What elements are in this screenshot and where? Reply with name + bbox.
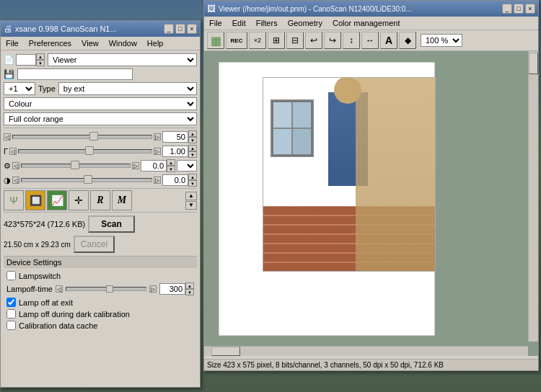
slider2-down[interactable]: ▼ <box>167 166 175 172</box>
lampswitch-checkbox[interactable] <box>6 271 16 280</box>
lamp-off-exit-checkbox[interactable] <box>6 298 16 307</box>
page-number-input[interactable]: 1 <box>16 54 36 66</box>
slider2-value[interactable] <box>141 160 167 172</box>
lamp-off-dark-checkbox[interactable] <box>6 309 16 318</box>
viewer-tool-rec[interactable]: REC <box>226 32 247 49</box>
slider1-thumb[interactable] <box>85 146 94 155</box>
slider1-value[interactable] <box>162 146 188 157</box>
page-up-button[interactable]: ▲ <box>36 53 45 60</box>
curve-button[interactable]: 📈 <box>47 190 67 210</box>
viewer-tool-zoom-out[interactable]: ⊟ <box>286 32 304 49</box>
viewer-dropdown[interactable]: Viewer <box>48 53 197 66</box>
page-down-button[interactable]: ▼ <box>36 60 45 66</box>
slider3-thumb[interactable] <box>84 175 92 184</box>
slider0-down[interactable]: ▼ <box>188 137 197 143</box>
slider3-value[interactable] <box>162 174 188 186</box>
slider3-up[interactable]: ▲ <box>188 174 197 180</box>
filepath-input[interactable]: /home/jim/out.pnm <box>17 68 133 80</box>
crosshair-button[interactable]: ✛ <box>69 190 89 210</box>
viewer-tool-text[interactable]: A <box>380 32 397 49</box>
slider-row-1: Γ ◁ ▷ ▲ ▼ <box>4 145 197 158</box>
offset-select[interactable]: +1 <box>4 82 35 95</box>
viewer-tool-rotate-cw[interactable]: ↪ <box>324 32 341 49</box>
color-mode-select[interactable]: Colour <box>4 97 197 110</box>
slider1-up[interactable]: ▲ <box>188 145 197 151</box>
viewer-statusbar: Size 423 x 575 pixel, 8 bits/channel, 3 … <box>204 359 538 370</box>
viewer-menu-edit[interactable]: Edit <box>230 18 248 28</box>
sane-minimize-button[interactable]: _ <box>164 24 174 34</box>
histogram-button[interactable]: 🔲 <box>25 190 45 210</box>
slider3-right[interactable]: ▷ <box>154 177 161 184</box>
scrollbar-vertical[interactable] <box>528 51 538 342</box>
lampoff-down[interactable]: ▼ <box>185 289 194 295</box>
lampoff-value[interactable] <box>159 283 185 295</box>
lampoff-slider[interactable] <box>66 287 146 291</box>
type-select[interactable]: by ext <box>58 82 197 95</box>
slider0-thumb[interactable] <box>89 132 98 141</box>
slider3-down[interactable]: ▼ <box>188 180 197 187</box>
scan-button[interactable]: Scan <box>88 215 135 233</box>
zoom-select[interactable]: 100 % <box>421 34 462 47</box>
viewer-close-button[interactable]: × <box>525 4 535 14</box>
viewer-menu-color-management[interactable]: Color management <box>330 18 403 28</box>
slider0-value[interactable] <box>162 131 188 143</box>
viewer-tool-grid[interactable]: ▦ <box>207 32 224 49</box>
slider2-left[interactable]: ◁ <box>12 162 19 169</box>
lampoff-up[interactable]: ▲ <box>185 282 194 289</box>
lampoff-left[interactable]: ◁ <box>56 285 63 293</box>
slider1-down[interactable]: ▼ <box>188 151 197 158</box>
scroll-up-button[interactable]: ▲ <box>185 192 197 200</box>
lamp-off-dark-label: Lamp off during dark calibration <box>19 310 130 318</box>
dimensions-label: 21.50 cm x 29.23 cm <box>4 241 71 249</box>
sane-menu-window[interactable]: Window <box>107 38 139 48</box>
scroll-down-button[interactable]: ▼ <box>185 201 197 210</box>
viewer-tool-zoom2x[interactable]: ×2 <box>249 32 266 49</box>
scrollbar-v-thumb[interactable] <box>529 53 538 74</box>
lampoff-thumb[interactable] <box>106 285 113 293</box>
slider0-up[interactable]: ▲ <box>188 130 197 137</box>
slider2-dropdown[interactable] <box>177 160 197 172</box>
lampoff-right[interactable]: ▷ <box>149 285 157 293</box>
slider0-left[interactable]: ◁ <box>4 133 11 141</box>
lamp-off-dark-row: Lamp off during dark calibration <box>6 309 194 318</box>
slider1-left[interactable]: ◁ <box>9 148 17 155</box>
slider3-track[interactable] <box>21 178 152 182</box>
viewer-menu-file[interactable]: File <box>207 18 224 28</box>
type-row: +1 Type by ext <box>4 82 197 95</box>
mirror-button[interactable]: M <box>112 190 132 210</box>
viewer-tool-flip-h[interactable]: ↔ <box>361 32 379 49</box>
cancel-button[interactable]: Cancel <box>74 236 115 253</box>
sane-menu-view[interactable]: View <box>79 38 101 48</box>
viewer-tool-flip-v[interactable]: ↕ <box>343 32 360 49</box>
sane-menu-preferences[interactable]: Preferences <box>27 38 74 48</box>
slider0-right[interactable]: ▷ <box>154 133 161 141</box>
viewer-menu-filters[interactable]: Filters <box>254 18 280 28</box>
slider0-track[interactable] <box>12 135 152 139</box>
sane-window-controls: _ □ × <box>164 24 197 34</box>
sane-menu-help[interactable]: Help <box>145 38 166 48</box>
sane-maximize-button[interactable]: □ <box>175 24 185 34</box>
sane-menu-file[interactable]: File <box>4 38 21 48</box>
slider1-right[interactable]: ▷ <box>154 148 161 155</box>
channel-icon-button[interactable]: Ψ <box>4 190 24 210</box>
rotate-button[interactable]: R <box>90 190 110 210</box>
slider2-thumb[interactable] <box>71 161 79 169</box>
slider1-track[interactable] <box>18 149 152 153</box>
viewer-tool-zoom-in[interactable]: ⊞ <box>268 32 285 49</box>
viewer-tool-diamond[interactable]: ◆ <box>399 32 416 49</box>
slider2-track[interactable] <box>21 164 131 168</box>
color-range-select[interactable]: Full color range <box>4 112 197 125</box>
slider2-right[interactable]: ▷ <box>132 162 139 169</box>
slider2-up[interactable]: ▲ <box>167 159 175 166</box>
viewer-minimize-button[interactable]: _ <box>502 4 512 14</box>
sane-close-button[interactable]: × <box>187 24 197 34</box>
viewer-tool-rotate-ccw[interactable]: ↩ <box>305 32 322 49</box>
divider-1 <box>4 128 197 128</box>
scrollbar-h-thumb[interactable] <box>211 347 240 356</box>
viewer-menu-geometry[interactable]: Geometry <box>286 18 325 28</box>
scrollbar-horizontal[interactable] <box>204 346 528 356</box>
scanned-image <box>263 77 436 272</box>
slider3-left[interactable]: ◁ <box>12 177 19 184</box>
viewer-maximize-button[interactable]: □ <box>514 4 524 14</box>
calibration-cache-checkbox[interactable] <box>6 321 16 330</box>
